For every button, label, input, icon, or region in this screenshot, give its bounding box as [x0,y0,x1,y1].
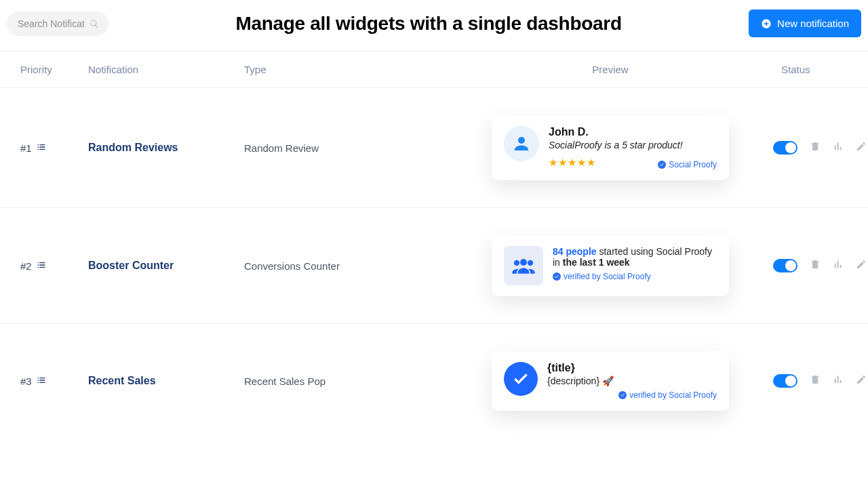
priority-cell: #1 [20,142,88,155]
col-priority: Priority [20,64,88,75]
edit-icon[interactable] [856,374,867,388]
plus-circle-icon [761,18,772,29]
notification-type: Conversions Counter [244,260,448,272]
sales-title: {title} [547,362,717,374]
sales-description: {description} 🚀 [547,375,717,386]
brand-badge: Social Proofy [658,160,717,169]
status-cell [773,141,868,155]
review-preview-card: John D. SocialProofy is a 5 star product… [492,115,729,180]
people-icon [504,246,543,285]
counter-preview-card: 84 people started using Social Proofy in… [492,235,729,296]
col-preview: Preview [448,64,773,75]
checkmark-icon [504,362,538,396]
status-toggle[interactable] [773,259,797,272]
check-badge-icon [618,391,627,399]
priority-value: #1 [20,142,32,154]
check-badge-icon [553,272,561,281]
edit-icon[interactable] [856,141,867,155]
priority-value: #2 [20,260,32,272]
new-notification-button[interactable]: New notification [749,9,861,37]
check-badge-icon [658,161,666,169]
col-status: Status [773,64,868,75]
stats-icon[interactable] [833,141,844,155]
review-name: John D. [549,126,717,138]
avatar-icon [504,126,539,161]
verified-badge: verified by Social Proofy [547,390,717,400]
search-icon [90,19,99,28]
table-header: Priority Notification Type Preview Statu… [0,52,868,88]
priority-cell: #2 [20,260,88,272]
delete-icon[interactable] [810,259,821,272]
drag-handle-icon[interactable] [36,142,47,155]
notification-name[interactable]: Booster Counter [88,260,244,272]
notifications-table: Priority Notification Type Preview Statu… [0,51,868,438]
table-row: #2 Booster Counter Conversions Counter 8… [0,208,868,324]
stats-icon[interactable] [833,259,844,272]
delete-icon[interactable] [810,374,821,388]
delete-icon[interactable] [810,141,821,155]
edit-icon[interactable] [856,259,867,272]
page-title: Manage all widgets with a single dashboa… [122,13,735,35]
priority-cell: #3 [20,375,88,388]
notification-name[interactable]: Random Reviews [88,142,244,154]
status-cell [773,374,868,388]
table-row: #3 Recent Sales Recent Sales Pop {title}… [0,324,868,438]
preview-cell: {title} {description} 🚀 verified by Soci… [448,351,773,411]
counter-text: 84 people started using Social Proofy in… [553,246,717,268]
new-notification-label: New notification [777,18,849,29]
col-notification: Notification [88,64,244,75]
status-cell [773,259,868,272]
status-toggle[interactable] [773,141,797,155]
notification-type: Random Review [244,142,448,154]
drag-handle-icon[interactable] [36,375,47,388]
review-text: SocialProofy is a 5 star product! [549,140,717,150]
stats-icon[interactable] [833,374,844,388]
col-type: Type [244,64,448,75]
table-row: #1 Random Reviews Random Review John D. … [0,88,868,208]
preview-cell: 84 people started using Social Proofy in… [448,235,773,296]
star-rating: ★★★★★ [549,157,596,169]
topbar: Manage all widgets with a single dashboa… [0,0,868,51]
drag-handle-icon[interactable] [36,260,47,272]
search-wrap [7,12,108,36]
priority-value: #3 [20,375,32,387]
notification-name[interactable]: Recent Sales [88,375,244,387]
status-toggle[interactable] [773,374,797,388]
notification-type: Recent Sales Pop [244,375,448,387]
verified-badge: verified by Social Proofy [553,272,717,281]
sales-preview-card: {title} {description} 🚀 verified by Soci… [492,351,729,411]
preview-cell: John D. SocialProofy is a 5 star product… [448,115,773,180]
